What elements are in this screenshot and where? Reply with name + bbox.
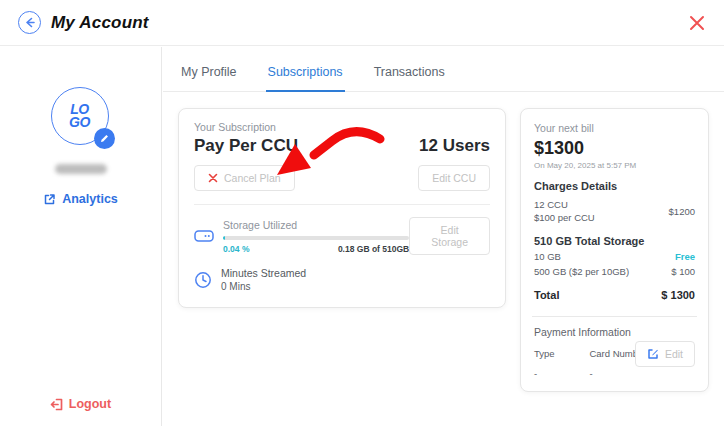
edit-ccu-label: Edit CCU bbox=[432, 172, 476, 184]
logout-label: Logout bbox=[69, 397, 111, 411]
edit-storage-button[interactable]: Edit Storage bbox=[409, 217, 490, 255]
tab-bar: My Profile Subscriptions Transactions bbox=[163, 47, 724, 92]
analytics-label: Analytics bbox=[62, 192, 118, 206]
charges-details-title: Charges Details bbox=[534, 180, 695, 192]
tab-subscriptions[interactable]: Subscriptions bbox=[266, 47, 345, 92]
subscription-header: Your Subscription Pay Per CCU 12 Users bbox=[194, 121, 490, 156]
logout-icon bbox=[50, 398, 64, 411]
total-label: Total bbox=[534, 289, 559, 301]
storage-row-amount: Free bbox=[675, 251, 695, 262]
back-button[interactable] bbox=[18, 11, 41, 34]
users-count: 12 Users bbox=[419, 136, 490, 156]
bill-divider bbox=[532, 316, 697, 317]
minutes-row: Minutes Streamed 0 Mins bbox=[194, 267, 490, 292]
storage-details: Storage Utilized 0.04 % 0.18 GB of 510GB bbox=[223, 219, 409, 254]
storage-row-label: 500 GB ($2 per 10GB) bbox=[534, 266, 629, 277]
total-storage-title: 510 GB Total Storage bbox=[534, 235, 695, 247]
main-content: My Profile Subscriptions Transactions Yo… bbox=[163, 47, 724, 426]
payment-type-value: - bbox=[534, 368, 585, 379]
tab-transactions[interactable]: Transactions bbox=[372, 47, 447, 92]
storage-row: Storage Utilized 0.04 % 0.18 GB of 510GB… bbox=[194, 217, 490, 255]
payment-info-title: Payment Information bbox=[534, 326, 695, 338]
plan-name: Pay Per CCU bbox=[194, 136, 298, 156]
next-bill-card: Your next bill $1300 On May 20, 2025 at … bbox=[520, 108, 709, 392]
back-arrow-icon bbox=[23, 16, 36, 29]
avatar: LO GO bbox=[51, 87, 111, 147]
clock-icon bbox=[194, 271, 212, 289]
minutes-value: 0 Mins bbox=[221, 281, 306, 292]
bill-section-label: Your next bill bbox=[534, 122, 695, 134]
storage-usage: 0.18 GB of 510GB bbox=[338, 244, 409, 254]
bill-due-date: On May 20, 2025 at 5:57 PM bbox=[534, 161, 695, 170]
header: My Account bbox=[0, 0, 724, 46]
cancel-plan-label: Cancel Plan bbox=[224, 172, 281, 184]
minutes-label: Minutes Streamed bbox=[221, 267, 306, 279]
total-amount: $ 1300 bbox=[661, 289, 695, 301]
edit-storage-label: Edit Storage bbox=[423, 224, 476, 248]
tab-my-profile[interactable]: My Profile bbox=[179, 47, 239, 92]
pencil-icon bbox=[99, 133, 110, 144]
edit-payment-label: Edit bbox=[665, 348, 683, 360]
payment-grid: Type Card Number - - Edit bbox=[534, 343, 695, 381]
storage-stats: 0.04 % 0.18 GB of 510GB bbox=[223, 244, 409, 254]
bill-amount: $1300 bbox=[534, 138, 695, 159]
logo-text-line2: GO bbox=[69, 116, 90, 129]
avatar-edit-button[interactable] bbox=[94, 128, 115, 149]
subscription-section-label: Your Subscription bbox=[194, 121, 298, 133]
logout-button[interactable]: Logout bbox=[0, 397, 161, 411]
card-number-value: - bbox=[589, 368, 592, 379]
redacted-username bbox=[55, 164, 107, 174]
page-title: My Account bbox=[51, 13, 149, 33]
ccu-quantity: 12 CCU bbox=[534, 198, 595, 211]
cancel-plan-button[interactable]: Cancel Plan bbox=[194, 165, 295, 191]
storage-percent: 0.04 % bbox=[223, 244, 249, 254]
close-icon[interactable] bbox=[688, 14, 706, 32]
storage-label: Storage Utilized bbox=[223, 219, 409, 231]
storage-drive-icon bbox=[194, 229, 214, 243]
edit-ccu-button[interactable]: Edit CCU bbox=[418, 165, 490, 191]
subscription-buttons-row: Cancel Plan Edit CCU bbox=[194, 165, 490, 191]
edit-payment-button[interactable]: Edit bbox=[635, 341, 695, 367]
edit-square-icon bbox=[647, 348, 659, 360]
red-x-icon bbox=[208, 173, 218, 183]
storage-charge-row: 500 GB ($2 per 10GB) $ 100 bbox=[534, 266, 695, 277]
storage-charge-row: 10 GB Free bbox=[534, 251, 695, 262]
sidebar: LO GO Analytics Logout bbox=[0, 47, 162, 426]
ccu-charge-row: 12 CCU $100 per CCU $1200 bbox=[534, 198, 695, 224]
storage-row-amount: $ 100 bbox=[671, 266, 695, 277]
ccu-rate: $100 per CCU bbox=[534, 211, 595, 224]
payment-type-label: Type bbox=[534, 348, 585, 359]
storage-progress-fill bbox=[223, 236, 225, 240]
external-link-icon bbox=[43, 193, 56, 206]
ccu-amount: $1200 bbox=[669, 206, 695, 217]
storage-progress-bar bbox=[223, 236, 409, 240]
sidebar-item-analytics[interactable]: Analytics bbox=[0, 192, 161, 206]
card-divider bbox=[194, 204, 490, 205]
storage-row-label: 10 GB bbox=[534, 251, 561, 262]
cards-area: Your Subscription Pay Per CCU 12 Users C… bbox=[163, 92, 724, 408]
subscription-card: Your Subscription Pay Per CCU 12 Users C… bbox=[178, 108, 506, 308]
total-row: Total $ 1300 bbox=[534, 289, 695, 301]
